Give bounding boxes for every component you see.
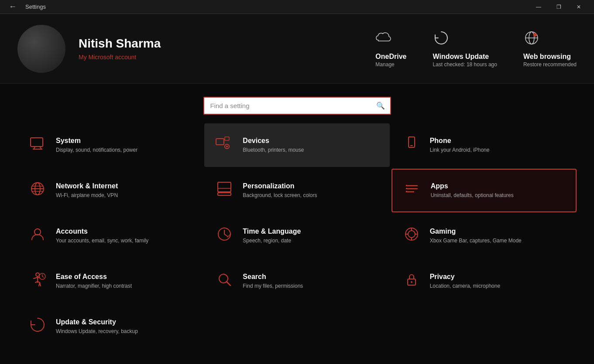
system-text: System Display, sound, notifications, po… [56,137,137,154]
microsoft-account-link[interactable]: My Microsoft account [79,54,136,61]
profile-name: Nitish Sharma [79,37,362,51]
phone-text: Phone Link your Android, iPhone [430,137,490,154]
svg-line-31 [224,234,227,236]
svg-rect-27 [406,191,407,192]
accounts-icon [28,226,47,246]
setting-item-gaming[interactable]: Gaming Xbox Game Bar, captures, Game Mod… [391,214,577,258]
settings-grid: System Display, sound, notifications, po… [9,123,585,348]
setting-item-phone[interactable]: Phone Link your Android, iPhone [391,123,577,167]
profile-info: Nitish Sharma My Microsoft account [79,37,362,61]
accounts-desc: Your accounts, email, sync, work, family [56,237,148,245]
setting-item-apps[interactable]: Apps Uninstall, defaults, optional featu… [391,169,577,212]
maximize-button[interactable]: ❐ [549,0,569,14]
svg-point-28 [34,229,41,235]
time-language-icon [215,226,234,246]
devices-text: Devices Bluetooth, printers, mouse [243,137,304,154]
setting-item-update-security[interactable]: Update & Security Windows Update, recove… [17,305,203,348]
svg-rect-20 [218,193,231,195]
ease-of-access-text: Ease of Access Narrator, magnifier, high… [56,273,132,290]
main-content: 🔍 System Display, sound, notifications, … [0,84,594,348]
apps-icon [403,180,422,201]
title-bar-controls: — ❐ ✕ [529,0,589,14]
windows-update-sub: Last checked: 18 hours ago [433,61,497,68]
svg-rect-8 [216,139,224,145]
update-security-desc: Windows Update, recovery, backup [56,328,138,335]
setting-item-time-language[interactable]: Time & Language Speech, region, date [204,214,389,258]
ease-of-access-title: Ease of Access [56,273,132,281]
personalization-title: Personalization [243,182,317,190]
ease-of-access-desc: Narrator, magnifier, high contrast [56,282,132,290]
search-icon [215,271,234,291]
system-desc: Display, sound, notifications, power [56,146,137,154]
system-title: System [56,137,137,145]
widget-windows-update[interactable]: Windows Update Last checked: 18 hours ag… [433,30,497,68]
avatar-image [17,25,65,73]
setting-item-personalization[interactable]: Personalization Background, lock screen,… [204,169,389,212]
update-security-icon [28,316,47,337]
privacy-title: Privacy [430,273,500,281]
setting-item-system[interactable]: System Display, sound, notifications, po… [17,123,203,167]
svg-rect-19 [218,182,231,192]
network-icon [28,180,47,201]
devices-desc: Bluetooth, printers, mouse [243,146,304,154]
search-text: Search Find my files, permissions [243,273,303,290]
setting-item-privacy[interactable]: Privacy Location, camera, microphone [391,259,577,303]
search-title: Search [243,273,303,281]
onedrive-title: OneDrive [375,53,406,61]
apps-desc: Uninstall, defaults, optional features [431,192,514,199]
svg-rect-26 [406,188,407,189]
apps-text: Apps Uninstall, defaults, optional featu… [431,182,514,199]
network-text: Network & Internet Wi-Fi, airplane mode,… [56,182,118,199]
svg-rect-9 [225,137,229,140]
onedrive-sub: Manage [375,61,394,68]
personalization-desc: Background, lock screen, colors [243,192,317,199]
svg-point-34 [408,231,415,238]
gaming-text: Gaming Xbox Game Bar, captures, Game Mod… [430,228,522,245]
setting-item-devices[interactable]: Devices Bluetooth, printers, mouse [204,123,389,167]
system-icon [28,135,47,155]
web-browsing-icon [523,30,540,49]
phone-title: Phone [430,137,490,145]
accounts-text: Accounts Your accounts, email, sync, wor… [56,228,148,245]
setting-item-ease-of-access[interactable]: Ease of Access Narrator, magnifier, high… [17,259,203,303]
accounts-title: Accounts [56,228,148,235]
phone-icon [402,135,421,155]
close-button[interactable]: ✕ [569,0,589,14]
privacy-desc: Location, camera, microphone [430,282,500,290]
windows-update-icon [433,30,450,49]
ease-of-access-icon [28,271,47,291]
header-widgets: OneDrive Manage Windows Update Last chec… [375,30,577,68]
windows-update-title: Windows Update [433,53,489,61]
search-button[interactable]: 🔍 [371,98,390,113]
apps-title: Apps [431,182,514,190]
svg-rect-25 [406,185,407,186]
setting-item-network[interactable]: Network & Internet Wi-Fi, airplane mode,… [17,169,203,212]
search-input[interactable] [204,98,371,114]
web-browsing-sub: Restore recommended [523,61,577,68]
privacy-icon [402,271,421,291]
search-desc: Find my files, permissions [243,282,303,290]
minimize-button[interactable]: — [529,0,549,14]
update-security-text: Update & Security Windows Update, recove… [56,318,138,335]
widget-onedrive[interactable]: OneDrive Manage [375,30,406,68]
title-bar-left: ← Settings [5,0,46,13]
setting-item-accounts[interactable]: Accounts Your accounts, email, sync, wor… [17,214,203,258]
privacy-text: Privacy Location, camera, microphone [430,273,500,290]
time-language-desc: Speech, region, date [243,237,301,245]
back-button[interactable]: ← [5,0,20,13]
gaming-icon [402,226,421,246]
widget-web-browsing[interactable]: Web browsing Restore recommended [523,30,577,68]
devices-icon [215,135,234,155]
setting-item-search[interactable]: Search Find my files, permissions [204,259,389,303]
svg-rect-4 [31,138,43,146]
update-security-title: Update & Security [56,318,138,326]
phone-desc: Link your Android, iPhone [430,146,490,154]
svg-point-11 [226,146,228,147]
svg-point-46 [411,281,412,283]
svg-line-44 [227,282,230,286]
onedrive-icon [375,30,392,49]
gaming-title: Gaming [430,228,522,235]
personalization-text: Personalization Background, lock screen,… [243,182,317,199]
time-language-text: Time & Language Speech, region, date [243,228,301,245]
network-desc: Wi-Fi, airplane mode, VPN [56,192,118,199]
